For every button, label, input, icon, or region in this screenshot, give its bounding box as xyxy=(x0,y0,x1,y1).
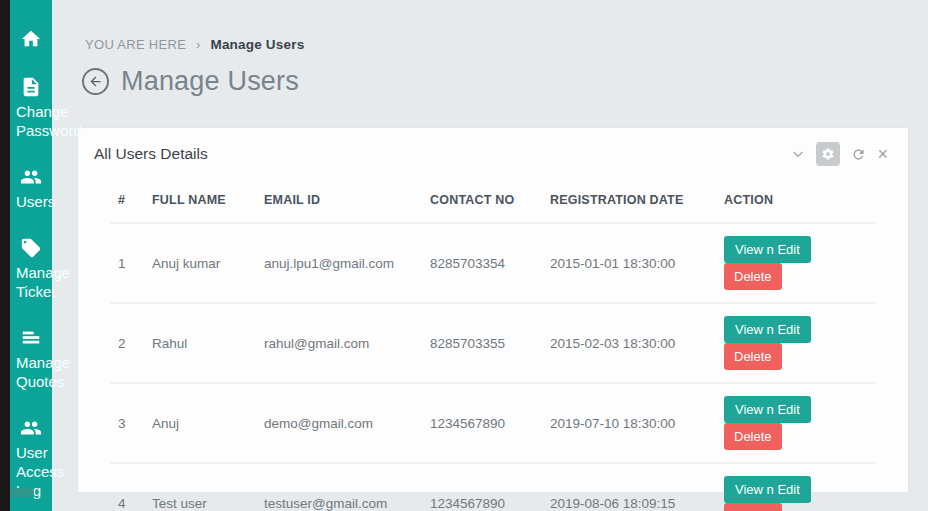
sidebar-item-users[interactable]: Users xyxy=(10,166,52,211)
cell-num: 2 xyxy=(110,303,144,383)
breadcrumb: YOU ARE HERE›Manage Users xyxy=(52,0,928,52)
sidebar-nav: Change PasswordUsersManage TicketManage … xyxy=(10,0,52,500)
column-header: # xyxy=(110,178,144,223)
users-icon xyxy=(10,166,52,188)
cell-action: View n EditDelete xyxy=(716,303,876,383)
cell-contact: 1234567890 xyxy=(422,383,542,463)
refresh-icon xyxy=(851,147,866,162)
cell-num: 4 xyxy=(110,463,144,511)
sidebar-item-label: Change Password xyxy=(10,102,100,140)
cell-action: View n EditDelete xyxy=(716,223,876,303)
panel-tool-settings-button[interactable] xyxy=(816,142,840,166)
sidebar-item-label: Manage Quotes xyxy=(10,353,100,391)
view-edit-button[interactable]: View n Edit xyxy=(724,476,811,503)
cell-date: 2015-01-01 18:30:00 xyxy=(542,223,716,303)
sidebar-item-manage-quotes[interactable]: Manage Quotes xyxy=(10,327,52,391)
column-header: ACTION xyxy=(716,178,876,223)
delete-button[interactable]: Delete xyxy=(724,423,782,450)
users-table-wrap: #FULL NAMEEMAIL IDCONTACT NOREGISTRATION… xyxy=(110,178,876,511)
cell-date: 2015-02-03 18:30:00 xyxy=(542,303,716,383)
cell-email: demo@gmail.com xyxy=(256,383,422,463)
users-icon xyxy=(10,417,52,439)
panel-tool-close-button[interactable]: × xyxy=(877,145,888,163)
cell-date: 2019-07-10 18:30:00 xyxy=(542,383,716,463)
cell-contact: 8285703354 xyxy=(422,223,542,303)
column-header: REGISTRATION DATE xyxy=(542,178,716,223)
sidebar: Change PasswordUsersManage TicketManage … xyxy=(10,0,52,511)
breadcrumb-you-are-here: YOU ARE HERE xyxy=(85,37,186,52)
table-body: 1Anuj kumaranuj.lpu1@gmail.com8285703354… xyxy=(110,223,876,511)
arrow-left-icon xyxy=(88,74,103,89)
window-edge xyxy=(0,0,10,511)
panel-tool-collapse-button[interactable] xyxy=(791,147,805,161)
cell-num: 3 xyxy=(110,383,144,463)
file-icon xyxy=(10,76,52,98)
table-row: 3Anujdemo@gmail.com12345678902019-07-10 … xyxy=(110,383,876,463)
sidebar-item-label: Users xyxy=(10,192,100,211)
cell-contact: 8285703355 xyxy=(422,303,542,383)
table-row: 4Test usertestuser@gmail.com123456789020… xyxy=(110,463,876,511)
panel-header: All Users Details × xyxy=(78,128,908,172)
cell-action: View n EditDelete xyxy=(716,463,876,511)
cell-email: rahul@gmail.com xyxy=(256,303,422,383)
sidebar-item-home[interactable] xyxy=(10,28,52,50)
cell-contact: 1234567890 xyxy=(422,463,542,511)
list-icon xyxy=(10,327,52,349)
cell-date: 2019-08-06 18:09:15 xyxy=(542,463,716,511)
view-edit-button[interactable]: View n Edit xyxy=(724,396,811,423)
column-header: EMAIL ID xyxy=(256,178,422,223)
cell-name: Test user xyxy=(144,463,256,511)
breadcrumb-current[interactable]: Manage Users xyxy=(210,37,304,52)
page-title-row: Manage Users xyxy=(82,66,928,97)
view-edit-button[interactable]: View n Edit xyxy=(724,316,811,343)
panel-tools: × xyxy=(791,142,888,166)
view-edit-button[interactable]: View n Edit xyxy=(724,236,811,263)
cell-name: Anuj kumar xyxy=(144,223,256,303)
panel-tool-refresh-button[interactable] xyxy=(851,147,866,162)
breadcrumb-separator-icon: › xyxy=(196,38,200,52)
gear-icon xyxy=(821,147,835,161)
main-content: YOU ARE HERE›Manage Users Manage Users A… xyxy=(52,0,928,511)
delete-button[interactable]: Delete xyxy=(724,343,782,370)
sidebar-item-label: Manage Ticket xyxy=(10,263,100,301)
sidebar-item-manage-ticket[interactable]: Manage Ticket xyxy=(10,237,52,301)
delete-button[interactable]: Delete xyxy=(724,263,782,290)
cell-email: anuj.lpu1@gmail.com xyxy=(256,223,422,303)
home-icon xyxy=(10,28,52,50)
panel-title: All Users Details xyxy=(94,145,208,163)
users-panel: All Users Details × #FULL NAMEEMAIL IDCO… xyxy=(78,128,908,492)
table-row: 1Anuj kumaranuj.lpu1@gmail.com8285703354… xyxy=(110,223,876,303)
cell-name: Anuj xyxy=(144,383,256,463)
cell-email: testuser@gmail.com xyxy=(256,463,422,511)
column-header: FULL NAME xyxy=(144,178,256,223)
table-header-row: #FULL NAMEEMAIL IDCONTACT NOREGISTRATION… xyxy=(110,178,876,223)
chevron-down-icon xyxy=(791,147,805,161)
users-table: #FULL NAMEEMAIL IDCONTACT NOREGISTRATION… xyxy=(110,178,876,511)
delete-button[interactable]: Delete xyxy=(724,503,782,511)
sidebar-item-change-password[interactable]: Change Password xyxy=(10,76,52,140)
tag-icon xyxy=(10,237,52,259)
page-title: Manage Users xyxy=(121,66,299,97)
cell-action: View n EditDelete xyxy=(716,383,876,463)
close-icon: × xyxy=(877,145,888,163)
column-header: CONTACT NO xyxy=(422,178,542,223)
cell-num: 1 xyxy=(110,223,144,303)
back-button[interactable] xyxy=(82,68,109,95)
table-row: 2Rahulrahul@gmail.com82857033552015-02-0… xyxy=(110,303,876,383)
cell-name: Rahul xyxy=(144,303,256,383)
